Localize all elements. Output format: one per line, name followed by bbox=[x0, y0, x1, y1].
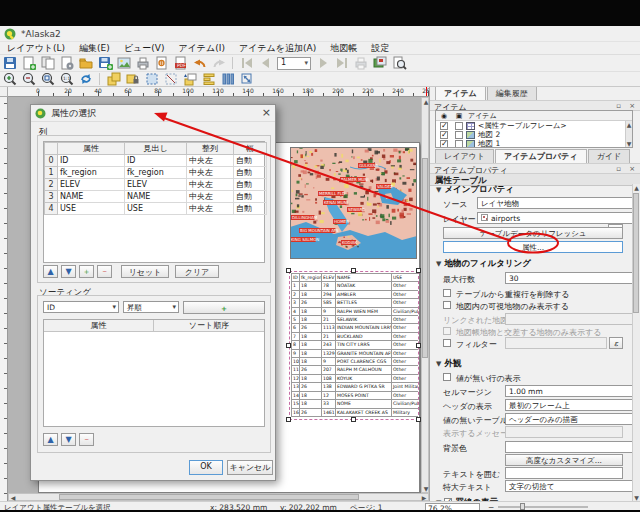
layout-manager-button[interactable] bbox=[58, 56, 76, 71]
expression-builder-button[interactable]: ε bbox=[609, 337, 623, 349]
zoom-slider-handle[interactable] bbox=[520, 503, 525, 510]
atlas-last-button[interactable] bbox=[333, 56, 351, 71]
header-mode-combo[interactable]: 最初のフレーム上 bbox=[505, 399, 632, 411]
lock-checkbox[interactable] bbox=[455, 140, 463, 148]
empty-table-combo[interactable]: ヘッダーのみの描画 bbox=[505, 413, 632, 425]
section-main-properties[interactable]: ▼メインプロパティ bbox=[436, 184, 623, 197]
dialog-titlebar[interactable]: 属性の選択 × bbox=[31, 105, 275, 122]
cancel-button[interactable]: キャンセル bbox=[227, 460, 273, 475]
lock-items-button[interactable] bbox=[124, 72, 142, 87]
refresh-view-button[interactable] bbox=[77, 72, 95, 87]
layer-combo[interactable]: airports bbox=[477, 212, 632, 224]
ok-button[interactable]: OK bbox=[189, 460, 223, 475]
menu-item-3[interactable]: アイテム(I) bbox=[171, 42, 232, 55]
attribute-table-frame-item[interactable]: IDfk_regionELEVNAMEUSE11878NOATAKOther21… bbox=[291, 273, 418, 419]
advanced-customization-button[interactable]: 高度なカスタマイズ... bbox=[505, 454, 623, 466]
deselect-items-button[interactable] bbox=[162, 72, 180, 87]
preview-atlas-button[interactable] bbox=[390, 56, 408, 71]
menu-item-2[interactable]: ビュー(V) bbox=[117, 42, 172, 55]
zoom-in-button[interactable] bbox=[1, 72, 19, 87]
column-row[interactable]: 0IDID中央左自動 bbox=[45, 155, 267, 167]
atlas-settings-button[interactable] bbox=[371, 56, 389, 71]
visibility-checkbox[interactable] bbox=[440, 140, 448, 148]
atlas-next-button[interactable] bbox=[314, 56, 332, 71]
new-layout-button[interactable] bbox=[20, 56, 38, 71]
canvas-vertical-scrollbar[interactable]: ▲▼ bbox=[421, 97, 429, 493]
zoom-slider[interactable] bbox=[498, 506, 588, 508]
items-tree-row[interactable]: <属性テーブルフレーム> bbox=[436, 121, 632, 130]
distribute-items-button[interactable] bbox=[219, 72, 237, 87]
visibility-checkbox[interactable] bbox=[440, 131, 448, 139]
menu-item-4[interactable]: アイテムを追加(A) bbox=[232, 42, 323, 55]
group-items-button[interactable] bbox=[105, 72, 123, 87]
duplicate-layout-button[interactable] bbox=[39, 56, 57, 71]
filter-expression-field[interactable] bbox=[505, 337, 607, 349]
selection-handle[interactable] bbox=[286, 268, 291, 273]
atlas-page-combo[interactable]: 1 bbox=[277, 57, 311, 70]
export-image-button[interactable] bbox=[115, 56, 133, 71]
cell-margin-spinbox[interactable]: 1.00 mm bbox=[505, 385, 632, 397]
wrap-text-field[interactable] bbox=[505, 467, 623, 479]
panel-window-icons[interactable]: ▫ × bbox=[616, 165, 638, 173]
export-svg-button[interactable] bbox=[153, 56, 171, 71]
clear-button[interactable]: クリア bbox=[175, 265, 219, 278]
show-empty-rows-checkbox[interactable] bbox=[443, 373, 451, 381]
sort-up-button[interactable]: ▲ bbox=[43, 433, 58, 446]
items-tree-scrollbar[interactable]: ▲▼ bbox=[625, 121, 632, 147]
linked-map-combo[interactable] bbox=[505, 313, 632, 325]
tab-props-0[interactable]: レイアウト bbox=[435, 149, 494, 163]
selection-handle[interactable] bbox=[351, 268, 356, 273]
close-icon[interactable]: × bbox=[262, 106, 271, 119]
move-down-button[interactable]: ▼ bbox=[61, 265, 76, 278]
canvas-horizontal-scrollbar[interactable]: ◀▶ bbox=[8, 493, 429, 501]
move-up-button[interactable]: ▲ bbox=[43, 265, 58, 278]
map-item[interactable]: GULKANAPALMER MUNIVALDEZMERRILL FLDKENAI… bbox=[290, 147, 417, 259]
columns-table[interactable]: 属性見出し整列幅0IDID中央左自動1fk_regionfk_region中央左… bbox=[43, 141, 265, 263]
zoom-full-button[interactable] bbox=[39, 72, 57, 87]
source-combo[interactable]: レイヤ地物 bbox=[477, 197, 632, 209]
properties-scrollbar[interactable]: ▲▼ bbox=[632, 184, 640, 501]
visibility-checkbox[interactable] bbox=[440, 122, 448, 130]
menu-item-5[interactable]: 地図帳 bbox=[323, 42, 364, 55]
empty-message-field[interactable] bbox=[505, 426, 623, 438]
export-pdf-button[interactable]: PDF bbox=[172, 56, 190, 71]
column-row[interactable]: 2ELEVELEV中央左自動 bbox=[45, 179, 267, 191]
column-row[interactable]: 3NAMENAME中央左自動 bbox=[45, 191, 267, 203]
items-tree-row[interactable]: 地図 1 bbox=[436, 140, 632, 148]
save-project-button[interactable] bbox=[1, 56, 19, 71]
refresh-table-data-button[interactable]: テーブルデータのリフレッシュ bbox=[443, 227, 623, 239]
intersect-atlas-checkbox[interactable] bbox=[443, 327, 451, 335]
section-appearance[interactable]: ▼外観 bbox=[436, 358, 623, 371]
print-button[interactable] bbox=[134, 56, 152, 71]
resize-items-button[interactable] bbox=[238, 72, 256, 87]
tab-items-1[interactable]: 編集履歴 bbox=[487, 87, 537, 100]
sort-remove-button[interactable]: － bbox=[79, 433, 94, 446]
selection-handle[interactable] bbox=[286, 343, 291, 348]
reset-button[interactable]: リセット bbox=[121, 265, 169, 278]
select-items-button[interactable] bbox=[143, 72, 161, 87]
background-color-swatch[interactable] bbox=[505, 441, 632, 453]
sorting-table[interactable]: 属性 ソート順序 bbox=[43, 319, 265, 427]
items-tree-row[interactable]: 地図 2 bbox=[436, 130, 632, 139]
remove-column-button[interactable]: － bbox=[97, 265, 112, 278]
raise-items-button[interactable] bbox=[181, 72, 199, 87]
tab-props-1[interactable]: アイテムプロパティ bbox=[495, 149, 587, 163]
print-atlas-button[interactable] bbox=[352, 56, 370, 71]
save-as-template-button[interactable] bbox=[96, 56, 114, 71]
lock-checkbox[interactable] bbox=[455, 131, 463, 139]
atlas-first-button[interactable] bbox=[238, 56, 256, 71]
add-items-from-template-button[interactable] bbox=[77, 56, 95, 71]
panel-window-icons[interactable]: ▫ × bbox=[616, 102, 638, 110]
redo-button[interactable] bbox=[210, 56, 228, 71]
lock-checkbox[interactable] bbox=[455, 122, 463, 130]
oversize-text-combo[interactable]: 文字の切捨て bbox=[505, 480, 632, 492]
column-row[interactable]: 1fk_regionfk_region中央左自動 bbox=[45, 167, 267, 179]
attribute-selection-dialog[interactable]: 属性の選択 × 列 属性見出し整列幅0IDID中央左自動1fk_regionfk… bbox=[30, 104, 276, 481]
selection-handle[interactable] bbox=[286, 417, 291, 422]
atlas-prev-button[interactable] bbox=[257, 56, 275, 71]
menu-item-6[interactable]: 設定 bbox=[364, 42, 396, 55]
undo-button[interactable] bbox=[191, 56, 209, 71]
visible-features-only-checkbox[interactable] bbox=[443, 301, 451, 309]
sort-order-combo[interactable]: 昇順 bbox=[123, 301, 179, 313]
menu-item-0[interactable]: レイアウト(L) bbox=[0, 42, 72, 55]
